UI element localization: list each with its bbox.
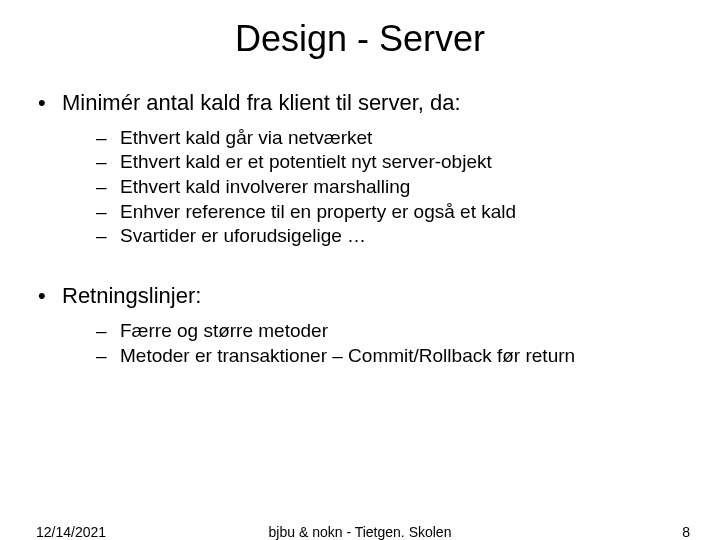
sub-bullet-item: Metoder er transaktioner – Commit/Rollba… [94,344,690,369]
spacer [34,255,690,281]
sub-bullet-list: Ethvert kald går via netværket Ethvert k… [94,126,690,249]
footer-center: bjbu & nokn - Tietgen. Skolen [0,524,720,540]
bullet-text: Retningslinjer: [62,283,201,308]
sub-bullet-item: Svartider er uforudsigelige … [94,224,690,249]
sub-bullet-text: Ethvert kald går via netværket [120,127,372,148]
footer-page-number: 8 [682,524,690,540]
slide: Design - Server Minimér antal kald fra k… [0,18,720,540]
sub-bullet-text: Ethvert kald involverer marshalling [120,176,410,197]
sub-bullet-item: Enhver reference til en property er også… [94,200,690,225]
sub-bullet-text: Svartider er uforudsigelige … [120,225,366,246]
sub-bullet-item: Ethvert kald går via netværket [94,126,690,151]
bullet-text: Minimér antal kald fra klient til server… [62,90,461,115]
bullet-list: Retningslinjer: Færre og større metoder … [34,281,690,368]
slide-title: Design - Server [0,18,720,60]
footer-date: 12/14/2021 [36,524,106,540]
sub-bullet-item: Ethvert kald er et potentielt nyt server… [94,150,690,175]
bullet-list: Minimér antal kald fra klient til server… [34,88,690,249]
bullet-item: Retningslinjer: Færre og større metoder … [34,281,690,368]
slide-footer: bjbu & nokn - Tietgen. Skolen 12/14/2021… [0,524,720,540]
bullet-item: Minimér antal kald fra klient til server… [34,88,690,249]
sub-bullet-text: Ethvert kald er et potentielt nyt server… [120,151,492,172]
sub-bullet-text: Enhver reference til en property er også… [120,201,516,222]
sub-bullet-text: Metoder er transaktioner – Commit/Rollba… [120,345,575,366]
sub-bullet-item: Ethvert kald involverer marshalling [94,175,690,200]
slide-content: Minimér antal kald fra klient til server… [0,88,720,368]
sub-bullet-list: Færre og større metoder Metoder er trans… [94,319,690,368]
sub-bullet-item: Færre og større metoder [94,319,690,344]
sub-bullet-text: Færre og større metoder [120,320,328,341]
